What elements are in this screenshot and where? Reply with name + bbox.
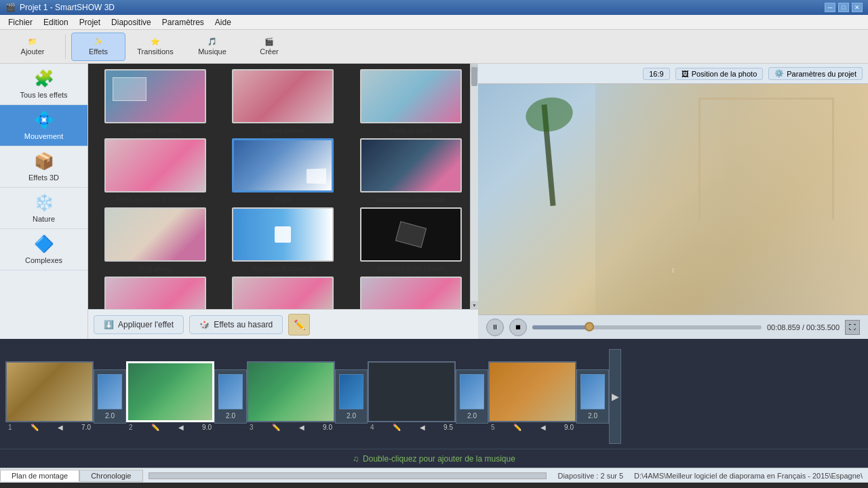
- effect-fade-sharpen[interactable]: Fade in color & sharpen: [94, 138, 217, 203]
- transition-1[interactable]: 2.0: [94, 369, 126, 424]
- timeline-slide-2[interactable]: 2 ✏️ ◀ 9.0: [126, 361, 214, 432]
- effect-thumb-fade-color: [360, 69, 462, 123]
- effect-horizontal-pan[interactable]: Horizontal panorama: [349, 138, 473, 203]
- transition-num-5: 2.0: [588, 412, 597, 420]
- pause-button[interactable]: ⏸: [486, 319, 504, 336]
- slide-number-3: 3: [250, 424, 254, 431]
- pencil-icon-4: ✏️: [393, 424, 401, 431]
- minimize-button[interactable]: ─: [825, 3, 835, 12]
- photo-position-button[interactable]: 🖼 Position de la photo: [675, 68, 764, 80]
- effects-scrollbar[interactable]: ▲ ▼: [470, 64, 478, 309]
- main-area: 🧩 Tous les effets 💠 Mouvement 📦 Effets 3…: [0, 64, 868, 339]
- apply-label: Appliquer l'effet: [118, 320, 174, 329]
- slide-info-3: 3 ✏️ ◀ 9.0: [247, 422, 335, 432]
- slide-info-2: 2 ✏️ ◀ 9.0: [126, 422, 214, 432]
- transition-num-1: 2.0: [105, 412, 115, 420]
- effect-partial1[interactable]: [94, 277, 217, 309]
- toolbar-effets[interactable]: ✨ Effets: [71, 33, 125, 61]
- category-complexes[interactable]: 🔷 Complexes: [0, 229, 87, 270]
- menu-projet[interactable]: Projet: [74, 16, 106, 28]
- transition-3[interactable]: 2.0: [335, 369, 368, 424]
- effect-thumb-partial2: [232, 277, 334, 309]
- menu-parametres[interactable]: Paramètres: [157, 16, 210, 28]
- slide-thumb-2[interactable]: [126, 361, 214, 422]
- transition-4[interactable]: 2.0: [456, 369, 488, 424]
- effect-roll-along[interactable]: Roll along: [94, 207, 217, 272]
- edit-effect-button[interactable]: ✏️: [288, 314, 310, 336]
- effect-partial3[interactable]: [349, 277, 473, 309]
- tab-plan-montage[interactable]: Plan de montage: [0, 470, 79, 481]
- complexes-icon: 🔷: [34, 235, 54, 253]
- transition-2[interactable]: 2.0: [214, 369, 247, 424]
- arrow-icon-2: ◀: [178, 424, 184, 431]
- music-add-label: Double-cliquez pour ajouter de la musiqu…: [363, 454, 515, 464]
- random-effects-button[interactable]: 🎲 Effets au hasard: [189, 315, 283, 334]
- effect-label-flight: Flight: [274, 195, 292, 203]
- effect-counter-motion[interactable]: Counter motion: [94, 69, 217, 134]
- effect-thumb-fade-sharpen: [104, 138, 206, 192]
- apply-effect-button[interactable]: ⬇️ Appliquer l'effet: [94, 315, 184, 334]
- menu-fichier[interactable]: Fichier: [3, 16, 38, 28]
- scrollbar-thumb[interactable]: [471, 67, 477, 86]
- scroll-down-button[interactable]: ▼: [471, 301, 478, 309]
- menubar: Fichier Edition Projet Diapositive Param…: [0, 15, 868, 30]
- slide-info-4: 4 ✏️ ◀ 9.5: [368, 422, 456, 432]
- effect-rotation-center[interactable]: Rotation from center: [349, 207, 473, 272]
- timeline-slide-4[interactable]: 4 ✏️ ◀ 9.5: [368, 361, 456, 432]
- slide-info-5: 5 ✏️ ◀ 9.0: [488, 422, 576, 432]
- aspect-ratio-button[interactable]: 16:9: [643, 68, 669, 80]
- effects-grid: Counter motion Desaturation Fade in colo…: [88, 64, 478, 309]
- tab-chrono-label: Chronologie: [91, 472, 131, 480]
- timeline-scrollbar[interactable]: [149, 472, 547, 479]
- progress-bar[interactable]: [532, 325, 762, 329]
- progress-handle[interactable]: [585, 322, 594, 331]
- transition-num-2: 2.0: [226, 412, 235, 420]
- titlebar-controls[interactable]: ─ □ ✕: [825, 3, 863, 12]
- fullscreen-button[interactable]: ⛶: [845, 320, 860, 335]
- toolbar-transitions[interactable]: ⭐ Transitions: [128, 33, 182, 61]
- menu-diapositive[interactable]: Diapositive: [106, 16, 157, 28]
- effect-thumb-partial1: [104, 277, 206, 309]
- tab-chronologie[interactable]: Chronologie: [79, 470, 142, 482]
- category-effets3d[interactable]: 📦 Effets 3D: [0, 146, 87, 188]
- slide-duration-3: 9.0: [323, 424, 332, 431]
- mouvement-icon: 💠: [34, 110, 54, 129]
- effect-flight[interactable]: Flight: [221, 138, 344, 203]
- creer-label: Créer: [260, 47, 279, 56]
- slide-duration-5: 9.0: [564, 424, 574, 431]
- slide-thumb-5[interactable]: [488, 361, 576, 422]
- category-mouvement[interactable]: 💠 Mouvement: [0, 105, 87, 146]
- effect-desaturation[interactable]: Desaturation: [221, 69, 344, 134]
- timeline-next-button[interactable]: ▶: [609, 349, 621, 444]
- status-path: D:\4AMS\Meilleur logiciel de diaporama e…: [629, 472, 868, 480]
- menu-aide[interactable]: Aide: [210, 16, 237, 28]
- creer-icon: 🎬: [264, 37, 274, 46]
- transition-thumb-5: [580, 374, 605, 409]
- timeline-slide-3[interactable]: 3 ✏️ ◀ 9.0: [247, 361, 335, 432]
- timeline-slide-5[interactable]: 5 ✏️ ◀ 9.0: [488, 361, 576, 432]
- slide-thumb-3[interactable]: [247, 361, 335, 422]
- effect-rotation-zoom[interactable]: Rotation & zoom in: [221, 207, 344, 272]
- slide-thumb-1[interactable]: [5, 361, 94, 422]
- toolbar-ajouter[interactable]: 📁 Ajouter: [5, 33, 60, 61]
- effect-fade-color[interactable]: Fade in color: [349, 69, 473, 134]
- toolbar-musique[interactable]: 🎵 Musique: [185, 33, 239, 61]
- pencil-icon: ✏️: [294, 319, 305, 330]
- transition-5[interactable]: 2.0: [576, 369, 609, 424]
- toolbar-creer[interactable]: 🎬 Créer: [242, 33, 296, 61]
- menu-edition[interactable]: Edition: [38, 16, 74, 28]
- effect-partial2[interactable]: [221, 277, 344, 309]
- close-button[interactable]: ✕: [852, 3, 863, 12]
- musique-icon: 🎵: [208, 37, 217, 46]
- music-bar[interactable]: ♫ Double-cliquez pour ajouter de la musi…: [0, 449, 868, 468]
- maximize-button[interactable]: □: [838, 3, 849, 12]
- category-nature[interactable]: ❄️ Nature: [0, 188, 87, 229]
- category-tous[interactable]: 🧩 Tous les effets: [0, 64, 87, 105]
- stop-button[interactable]: ⏹: [509, 319, 527, 336]
- slide-number-5: 5: [491, 424, 495, 431]
- slide-thumb-4[interactable]: [368, 361, 456, 422]
- effets-label: Effets: [89, 47, 108, 56]
- timeline-slide-1[interactable]: 1 ✏️ ◀ 7.0: [5, 361, 94, 432]
- project-params-button[interactable]: ⚙️ Paramètres du projet: [768, 67, 863, 80]
- tous-icon: 🧩: [34, 69, 54, 88]
